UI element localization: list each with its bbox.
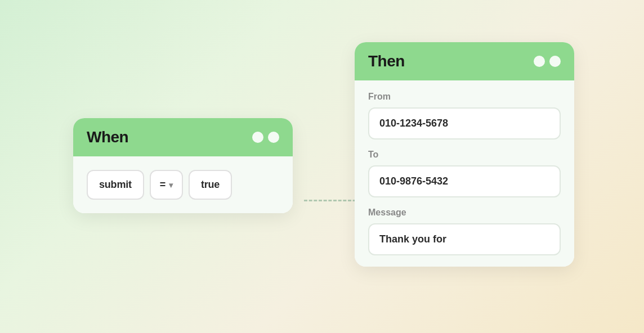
chevron-down-icon: ▾ (169, 181, 173, 190)
message-input[interactable]: Thank you for (368, 223, 561, 255)
to-label: To (368, 150, 561, 160)
when-title: When (87, 128, 128, 146)
then-dot-1[interactable] (534, 56, 545, 67)
message-label: Message (368, 208, 561, 218)
then-title: Then (368, 52, 405, 70)
condition-right[interactable]: true (189, 170, 232, 200)
from-label: From (368, 92, 561, 102)
when-card-header: When (73, 118, 293, 156)
when-card: When submit = ▾ true (73, 118, 293, 213)
to-input[interactable]: 010-9876-5432 (368, 165, 561, 197)
condition-operator[interactable]: = ▾ (150, 170, 183, 200)
from-input[interactable]: 010-1234-5678 (368, 107, 561, 140)
then-card-body: From 010-1234-5678 To 010-9876-5432 Mess… (355, 80, 574, 267)
then-dot-2[interactable] (549, 56, 561, 67)
then-card: Then From 010-1234-5678 To 010-9876-5432… (355, 42, 574, 267)
condition-row: submit = ▾ true (87, 170, 279, 200)
then-card-controls (534, 56, 561, 67)
when-card-body: submit = ▾ true (73, 156, 293, 213)
then-card-header: Then (355, 42, 574, 80)
condition-left[interactable]: submit (87, 170, 144, 200)
when-dot-2[interactable] (268, 132, 279, 143)
scene: When submit = ▾ true Then (0, 0, 644, 333)
when-dot-1[interactable] (252, 132, 263, 143)
when-card-controls (252, 132, 279, 143)
